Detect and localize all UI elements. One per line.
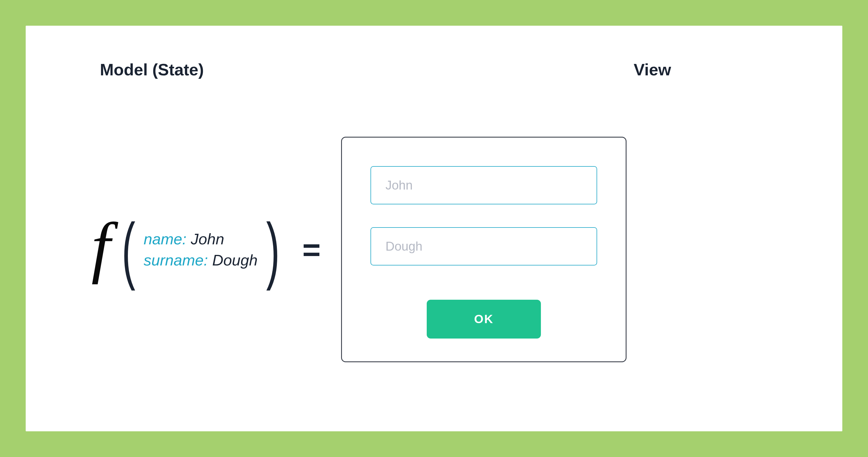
surname-input[interactable] [371, 227, 597, 266]
diagram-card: Model (State) View f ( name: John surnam… [26, 26, 842, 431]
function-expression: f ( name: John surname: Dough ) [91, 229, 285, 270]
equals-symbol: = [302, 232, 318, 268]
model-title: Model (State) [100, 60, 204, 79]
open-paren: ( [122, 231, 135, 268]
state-surname-key: surname: [144, 251, 208, 269]
content-row: f ( name: John surname: Dough ) = OK [77, 102, 791, 397]
view-panel: OK [341, 137, 626, 362]
diagram-frame: Model (State) View f ( name: John surnam… [0, 0, 868, 457]
state-surname-value: Dough [208, 251, 257, 269]
state-name-value: John [186, 231, 224, 247]
view-title: View [634, 60, 671, 79]
ok-button[interactable]: OK [427, 300, 541, 339]
state-object: name: John surname: Dough [141, 230, 260, 269]
function-f-symbol: f [91, 226, 111, 267]
close-paren: ) [266, 231, 280, 268]
name-input[interactable] [371, 166, 597, 204]
state-name-row: name: John [144, 230, 257, 248]
state-surname-row: surname: Dough [144, 251, 257, 269]
state-name-key: name: [144, 231, 186, 247]
titles-row: Model (State) View [77, 60, 791, 79]
